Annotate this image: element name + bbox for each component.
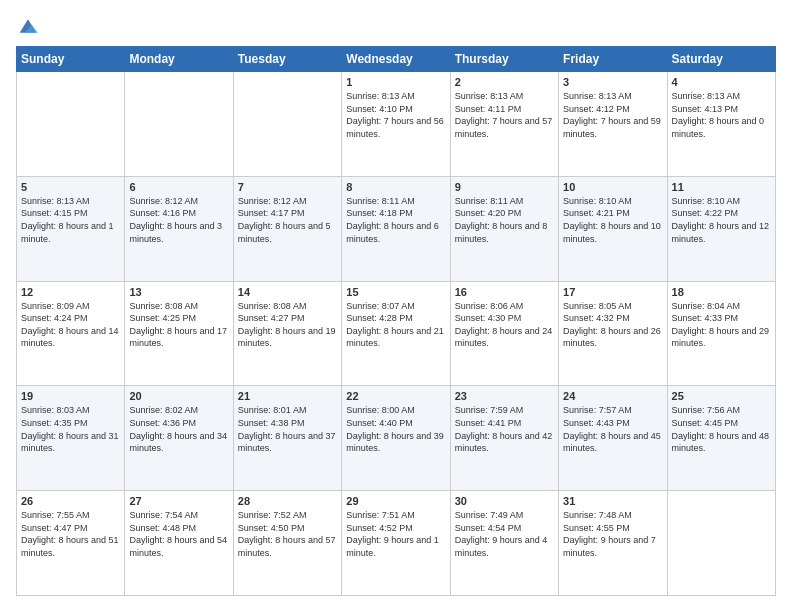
calendar-cell: 4Sunrise: 8:13 AMSunset: 4:13 PMDaylight… <box>667 72 775 177</box>
day-info: Sunrise: 8:00 AMSunset: 4:40 PMDaylight:… <box>346 404 445 454</box>
day-info: Sunrise: 8:13 AMSunset: 4:15 PMDaylight:… <box>21 195 120 245</box>
day-info: Sunrise: 8:11 AMSunset: 4:18 PMDaylight:… <box>346 195 445 245</box>
weekday-header-tuesday: Tuesday <box>233 47 341 72</box>
week-row-2: 5Sunrise: 8:13 AMSunset: 4:15 PMDaylight… <box>17 176 776 281</box>
calendar-cell: 11Sunrise: 8:10 AMSunset: 4:22 PMDayligh… <box>667 176 775 281</box>
week-row-4: 19Sunrise: 8:03 AMSunset: 4:35 PMDayligh… <box>17 386 776 491</box>
day-info: Sunrise: 8:13 AMSunset: 4:13 PMDaylight:… <box>672 90 771 140</box>
calendar-cell: 26Sunrise: 7:55 AMSunset: 4:47 PMDayligh… <box>17 491 125 596</box>
day-number: 16 <box>455 286 554 298</box>
day-info: Sunrise: 8:05 AMSunset: 4:32 PMDaylight:… <box>563 300 662 350</box>
day-info: Sunrise: 8:10 AMSunset: 4:21 PMDaylight:… <box>563 195 662 245</box>
day-info: Sunrise: 8:12 AMSunset: 4:16 PMDaylight:… <box>129 195 228 245</box>
calendar-cell: 20Sunrise: 8:02 AMSunset: 4:36 PMDayligh… <box>125 386 233 491</box>
calendar-cell: 6Sunrise: 8:12 AMSunset: 4:16 PMDaylight… <box>125 176 233 281</box>
calendar-cell <box>667 491 775 596</box>
calendar-cell: 29Sunrise: 7:51 AMSunset: 4:52 PMDayligh… <box>342 491 450 596</box>
calendar-cell: 31Sunrise: 7:48 AMSunset: 4:55 PMDayligh… <box>559 491 667 596</box>
day-info: Sunrise: 8:02 AMSunset: 4:36 PMDaylight:… <box>129 404 228 454</box>
weekday-header-friday: Friday <box>559 47 667 72</box>
calendar-page: SundayMondayTuesdayWednesdayThursdayFrid… <box>0 0 792 612</box>
calendar-table: SundayMondayTuesdayWednesdayThursdayFrid… <box>16 46 776 596</box>
calendar-cell: 2Sunrise: 8:13 AMSunset: 4:11 PMDaylight… <box>450 72 558 177</box>
calendar-cell: 16Sunrise: 8:06 AMSunset: 4:30 PMDayligh… <box>450 281 558 386</box>
calendar-cell: 25Sunrise: 7:56 AMSunset: 4:45 PMDayligh… <box>667 386 775 491</box>
weekday-header-wednesday: Wednesday <box>342 47 450 72</box>
day-info: Sunrise: 7:56 AMSunset: 4:45 PMDaylight:… <box>672 404 771 454</box>
logo-icon <box>18 16 38 36</box>
calendar-cell: 23Sunrise: 7:59 AMSunset: 4:41 PMDayligh… <box>450 386 558 491</box>
calendar-cell: 17Sunrise: 8:05 AMSunset: 4:32 PMDayligh… <box>559 281 667 386</box>
day-number: 21 <box>238 390 337 402</box>
day-info: Sunrise: 7:59 AMSunset: 4:41 PMDaylight:… <box>455 404 554 454</box>
day-info: Sunrise: 7:54 AMSunset: 4:48 PMDaylight:… <box>129 509 228 559</box>
day-number: 23 <box>455 390 554 402</box>
day-info: Sunrise: 7:51 AMSunset: 4:52 PMDaylight:… <box>346 509 445 559</box>
day-info: Sunrise: 8:09 AMSunset: 4:24 PMDaylight:… <box>21 300 120 350</box>
logo <box>16 16 38 36</box>
calendar-cell: 14Sunrise: 8:08 AMSunset: 4:27 PMDayligh… <box>233 281 341 386</box>
day-info: Sunrise: 8:13 AMSunset: 4:12 PMDaylight:… <box>563 90 662 140</box>
day-number: 11 <box>672 181 771 193</box>
week-row-5: 26Sunrise: 7:55 AMSunset: 4:47 PMDayligh… <box>17 491 776 596</box>
weekday-header-saturday: Saturday <box>667 47 775 72</box>
calendar-cell <box>233 72 341 177</box>
calendar-cell <box>17 72 125 177</box>
day-info: Sunrise: 8:08 AMSunset: 4:25 PMDaylight:… <box>129 300 228 350</box>
day-number: 18 <box>672 286 771 298</box>
day-info: Sunrise: 7:57 AMSunset: 4:43 PMDaylight:… <box>563 404 662 454</box>
day-number: 31 <box>563 495 662 507</box>
day-number: 19 <box>21 390 120 402</box>
calendar-cell: 22Sunrise: 8:00 AMSunset: 4:40 PMDayligh… <box>342 386 450 491</box>
calendar-cell: 12Sunrise: 8:09 AMSunset: 4:24 PMDayligh… <box>17 281 125 386</box>
day-number: 12 <box>21 286 120 298</box>
day-info: Sunrise: 7:55 AMSunset: 4:47 PMDaylight:… <box>21 509 120 559</box>
calendar-cell: 7Sunrise: 8:12 AMSunset: 4:17 PMDaylight… <box>233 176 341 281</box>
day-number: 29 <box>346 495 445 507</box>
day-number: 28 <box>238 495 337 507</box>
weekday-header-row: SundayMondayTuesdayWednesdayThursdayFrid… <box>17 47 776 72</box>
day-info: Sunrise: 8:07 AMSunset: 4:28 PMDaylight:… <box>346 300 445 350</box>
week-row-1: 1Sunrise: 8:13 AMSunset: 4:10 PMDaylight… <box>17 72 776 177</box>
day-info: Sunrise: 8:04 AMSunset: 4:33 PMDaylight:… <box>672 300 771 350</box>
day-number: 22 <box>346 390 445 402</box>
day-number: 8 <box>346 181 445 193</box>
day-info: Sunrise: 8:03 AMSunset: 4:35 PMDaylight:… <box>21 404 120 454</box>
day-number: 7 <box>238 181 337 193</box>
weekday-header-monday: Monday <box>125 47 233 72</box>
day-number: 4 <box>672 76 771 88</box>
weekday-header-thursday: Thursday <box>450 47 558 72</box>
day-info: Sunrise: 8:13 AMSunset: 4:11 PMDaylight:… <box>455 90 554 140</box>
day-number: 9 <box>455 181 554 193</box>
calendar-cell: 10Sunrise: 8:10 AMSunset: 4:21 PMDayligh… <box>559 176 667 281</box>
day-info: Sunrise: 8:12 AMSunset: 4:17 PMDaylight:… <box>238 195 337 245</box>
calendar-cell: 27Sunrise: 7:54 AMSunset: 4:48 PMDayligh… <box>125 491 233 596</box>
day-info: Sunrise: 8:10 AMSunset: 4:22 PMDaylight:… <box>672 195 771 245</box>
calendar-cell: 1Sunrise: 8:13 AMSunset: 4:10 PMDaylight… <box>342 72 450 177</box>
day-info: Sunrise: 8:06 AMSunset: 4:30 PMDaylight:… <box>455 300 554 350</box>
calendar-cell: 30Sunrise: 7:49 AMSunset: 4:54 PMDayligh… <box>450 491 558 596</box>
day-info: Sunrise: 8:13 AMSunset: 4:10 PMDaylight:… <box>346 90 445 140</box>
calendar-cell: 18Sunrise: 8:04 AMSunset: 4:33 PMDayligh… <box>667 281 775 386</box>
day-info: Sunrise: 7:48 AMSunset: 4:55 PMDaylight:… <box>563 509 662 559</box>
calendar-cell: 19Sunrise: 8:03 AMSunset: 4:35 PMDayligh… <box>17 386 125 491</box>
calendar-cell: 3Sunrise: 8:13 AMSunset: 4:12 PMDaylight… <box>559 72 667 177</box>
calendar-cell: 28Sunrise: 7:52 AMSunset: 4:50 PMDayligh… <box>233 491 341 596</box>
day-number: 20 <box>129 390 228 402</box>
day-number: 5 <box>21 181 120 193</box>
header <box>16 16 776 36</box>
calendar-cell: 21Sunrise: 8:01 AMSunset: 4:38 PMDayligh… <box>233 386 341 491</box>
day-number: 14 <box>238 286 337 298</box>
day-number: 10 <box>563 181 662 193</box>
day-info: Sunrise: 7:49 AMSunset: 4:54 PMDaylight:… <box>455 509 554 559</box>
weekday-header-sunday: Sunday <box>17 47 125 72</box>
day-info: Sunrise: 8:08 AMSunset: 4:27 PMDaylight:… <box>238 300 337 350</box>
day-number: 2 <box>455 76 554 88</box>
day-info: Sunrise: 7:52 AMSunset: 4:50 PMDaylight:… <box>238 509 337 559</box>
calendar-cell: 8Sunrise: 8:11 AMSunset: 4:18 PMDaylight… <box>342 176 450 281</box>
day-info: Sunrise: 8:01 AMSunset: 4:38 PMDaylight:… <box>238 404 337 454</box>
day-number: 13 <box>129 286 228 298</box>
day-number: 3 <box>563 76 662 88</box>
calendar-cell: 5Sunrise: 8:13 AMSunset: 4:15 PMDaylight… <box>17 176 125 281</box>
day-number: 30 <box>455 495 554 507</box>
